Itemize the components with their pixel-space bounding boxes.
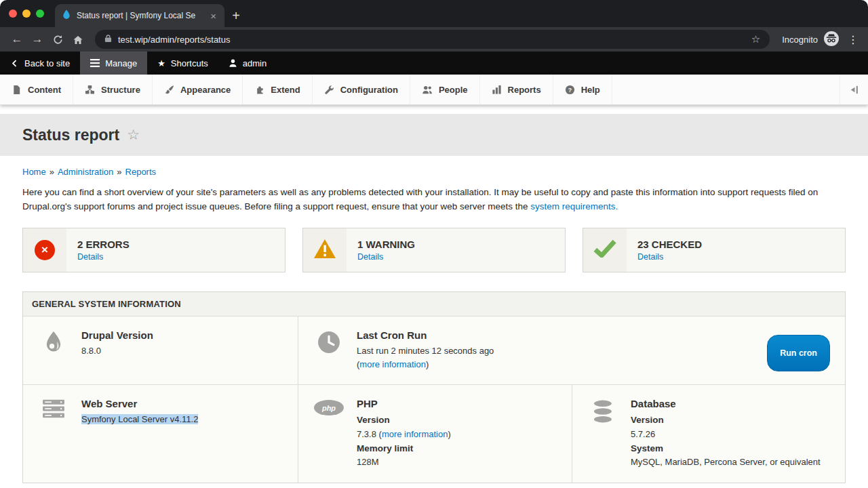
- browser-tab-bar: Status report | Symfony Local Se × +: [0, 0, 868, 27]
- menu-item-extend[interactable]: Extend: [243, 75, 312, 104]
- reports-icon: [492, 85, 502, 95]
- back-to-site-link[interactable]: Back to site: [0, 52, 80, 75]
- incognito-label: Incognito: [782, 35, 818, 45]
- url-text: test.wip/admin/reports/status: [118, 35, 230, 45]
- database-system-label: System: [631, 441, 821, 456]
- database-version-value: 5.7.26: [631, 428, 821, 441]
- page-title: Status report: [22, 126, 119, 144]
- people-icon: [422, 85, 433, 95]
- drupal-version-value: 8.8.0: [81, 344, 153, 358]
- window-minimize-button[interactable]: [22, 9, 31, 18]
- toolbar-orientation-toggle[interactable]: [840, 75, 868, 104]
- svg-text:?: ?: [568, 86, 571, 93]
- warnings-count: 1 WARNING: [357, 239, 415, 250]
- php-icon: php: [313, 398, 344, 469]
- errors-details-link[interactable]: Details: [77, 252, 103, 262]
- server-icon: [38, 398, 69, 469]
- warnings-details-link[interactable]: Details: [357, 252, 383, 262]
- check-icon: [593, 239, 616, 260]
- browser-tab[interactable]: Status report | Symfony Local Se ×: [55, 4, 224, 27]
- tab-favicon-drupal-icon: [62, 9, 71, 22]
- lock-icon: [104, 34, 112, 45]
- reload-icon[interactable]: [47, 33, 68, 46]
- intro-paragraph: Here you can find a short overview of yo…: [22, 186, 846, 214]
- system-info-row-1: Drupal Version 8.8.0 Last Cron Run Last …: [23, 317, 845, 384]
- menu-item-structure[interactable]: Structure: [73, 75, 153, 104]
- database-system-value: MySQL, MariaDB, Percona Server, or equiv…: [631, 455, 821, 469]
- configuration-icon: [324, 85, 334, 95]
- window-zoom-button[interactable]: [36, 9, 44, 18]
- php-title: PHP: [357, 398, 451, 409]
- drupal-icon: [38, 329, 69, 371]
- web-server-title: Web Server: [81, 398, 198, 409]
- section-title: GENERAL SYSTEM INFORMATION: [23, 292, 845, 317]
- status-summary-cards: × 2 ERRORS Details 1 WARNING Details: [22, 228, 846, 272]
- favorite-star-icon[interactable]: ☆: [127, 127, 140, 143]
- browser-menu-icon[interactable]: ⋮: [845, 33, 861, 46]
- last-cron-value: Last run 2 minutes 12 seconds ago: [357, 344, 494, 358]
- warnings-card: 1 WARNING Details: [302, 228, 566, 272]
- breadcrumb-separator: »: [117, 167, 121, 177]
- manage-tab[interactable]: Manage: [80, 52, 147, 75]
- database-icon: [587, 398, 618, 469]
- tab-close-icon[interactable]: ×: [209, 10, 218, 22]
- page-header: Status report ☆: [0, 114, 868, 156]
- warning-icon: [314, 239, 336, 261]
- incognito-indicator: Incognito: [776, 30, 845, 49]
- home-icon[interactable]: [68, 33, 88, 46]
- menu-item-people[interactable]: People: [410, 75, 480, 104]
- shortcuts-tab[interactable]: ★ Shortcuts: [147, 52, 218, 75]
- back-icon[interactable]: ←: [7, 33, 27, 46]
- user-menu[interactable]: admin: [218, 52, 277, 75]
- php-cell: php PHP Version 7.3.8 (more information)…: [298, 385, 572, 482]
- drupal-menu-toolbar: Content Structure Appearance Extend Conf…: [0, 75, 868, 105]
- database-cell: Database Version 5.7.26 System MySQL, Ma…: [572, 385, 845, 482]
- last-cron-title: Last Cron Run: [357, 329, 494, 341]
- collapse-icon: [849, 85, 859, 95]
- menu-item-content[interactable]: Content: [0, 75, 73, 104]
- error-icon: ×: [35, 240, 55, 260]
- cron-more-information-link[interactable]: more information: [359, 359, 426, 369]
- menu-item-configuration[interactable]: Configuration: [313, 75, 410, 104]
- window-controls: [0, 0, 55, 27]
- window-close-button[interactable]: [9, 9, 17, 18]
- new-tab-button[interactable]: +: [224, 4, 248, 27]
- run-cron-button[interactable]: Run cron: [767, 335, 830, 371]
- php-memory-limit-label: Memory limit: [357, 441, 451, 456]
- database-version-label: Version: [631, 413, 821, 428]
- web-server-value: Symfony Local Server v4.11.2: [81, 414, 198, 424]
- php-memory-limit-value: 128M: [357, 455, 451, 469]
- last-cron-run-cell: Last Cron Run Last run 2 minutes 12 seco…: [298, 317, 845, 384]
- web-server-cell: Web Server Symfony Local Server v4.11.2: [23, 385, 298, 482]
- checked-count: 23 CHECKED: [637, 239, 702, 250]
- drupal-version-title: Drupal Version: [81, 329, 153, 341]
- php-version-value: 7.3.8: [357, 429, 379, 439]
- php-more-information-link[interactable]: more information: [382, 429, 448, 439]
- database-title: Database: [631, 398, 821, 409]
- breadcrumb-reports[interactable]: Reports: [125, 167, 157, 177]
- url-bar[interactable]: test.wip/admin/reports/status ☆: [95, 30, 770, 49]
- bookmark-star-icon[interactable]: ☆: [751, 33, 760, 45]
- browser-toolbar: ← → test.wip/admin/reports/status ☆ Inco…: [0, 27, 868, 52]
- clock-icon: [313, 329, 344, 371]
- forward-icon[interactable]: →: [27, 33, 47, 46]
- help-icon: ?: [565, 85, 575, 95]
- breadcrumb: Home»Administration»Reports: [22, 167, 846, 177]
- breadcrumb-separator: »: [50, 167, 54, 177]
- menu-item-reports[interactable]: Reports: [480, 75, 553, 104]
- errors-card: × 2 ERRORS Details: [22, 228, 285, 272]
- tab-title: Status report | Symfony Local Se: [77, 11, 203, 20]
- structure-icon: [85, 85, 95, 95]
- php-version-label: Version: [357, 413, 451, 428]
- content-gap: [0, 105, 868, 114]
- content-icon: [12, 85, 22, 95]
- breadcrumb-administration[interactable]: Administration: [58, 167, 113, 177]
- checked-details-link[interactable]: Details: [637, 252, 663, 262]
- menu-item-appearance[interactable]: Appearance: [153, 75, 243, 104]
- svg-text:php: php: [321, 404, 336, 412]
- menu-item-help[interactable]: ? Help: [553, 75, 612, 104]
- breadcrumb-home[interactable]: Home: [22, 167, 46, 177]
- system-requirements-link[interactable]: system requirements.: [530, 201, 618, 211]
- general-system-information: GENERAL SYSTEM INFORMATION Drupal Versio…: [22, 291, 846, 483]
- incognito-icon: [823, 30, 840, 49]
